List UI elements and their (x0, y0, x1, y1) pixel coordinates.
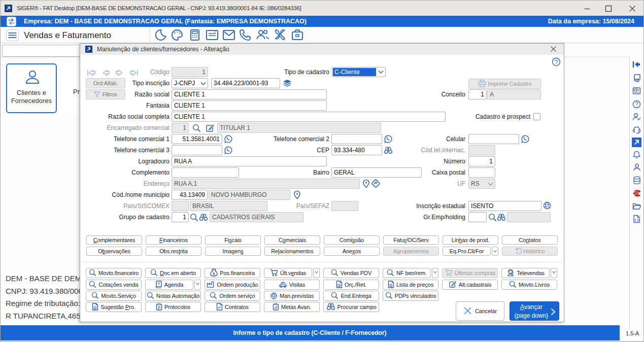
svg-text:?: ? (555, 59, 558, 65)
svg-text:?: ? (635, 101, 638, 107)
svg-text:$: $ (94, 306, 96, 310)
svg-text:$: $ (213, 271, 216, 276)
svg-text:$: $ (390, 284, 392, 287)
svg-text:$: $ (338, 284, 340, 287)
